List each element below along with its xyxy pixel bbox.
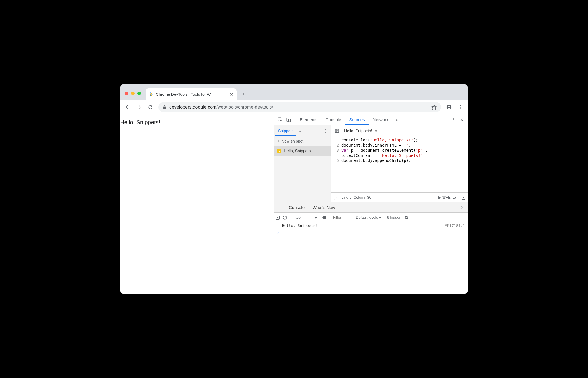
live-expression-icon[interactable] [322, 215, 327, 220]
inspect-element-icon[interactable] [276, 117, 284, 122]
devtools-drawer: ⋮ Console What's New ✕ ▸ top ▾ [274, 202, 468, 294]
navigator-tabs: Snippets » ⋮ [274, 125, 331, 136]
device-toolbar-icon[interactable] [284, 117, 293, 122]
editor-status-bar: { } Line 5, Column 30 ▶ ⌘+Enter ▲ [331, 192, 468, 202]
panel-console[interactable]: Console [322, 114, 345, 125]
page-viewport: Hello, Snippets! [120, 114, 274, 294]
forward-button[interactable] [134, 102, 144, 112]
svg-point-10 [324, 217, 325, 218]
snippet-item[interactable]: Hello, Snippets! [274, 146, 331, 156]
line-gutter: 12345 [331, 137, 341, 191]
new-snippet-label: New snippet [281, 139, 303, 143]
navigator-menu-icon[interactable]: ⋮ [321, 129, 330, 133]
console-output: Hello, Snippets! VM17181:1 › [274, 222, 468, 294]
snippet-item-label: Hello, Snippets! [284, 149, 312, 153]
browser-tab[interactable]: Chrome DevTools | Tools for W ✕ [146, 88, 237, 100]
code-editor[interactable]: 12345 console.log('Hello, Snippets!');do… [331, 136, 468, 192]
editor-tab-label: Hello, Snippets! [344, 129, 372, 133]
log-source-link[interactable]: VM17181:1 [445, 223, 465, 228]
close-devtools-icon[interactable]: ✕ [458, 117, 466, 122]
panel-sources[interactable]: Sources [345, 114, 369, 125]
close-window-button[interactable] [125, 92, 128, 95]
prompt-chevron-icon: › [277, 230, 279, 235]
svg-rect-7 [288, 119, 291, 122]
close-editor-tab-icon[interactable]: ✕ [374, 129, 378, 133]
filter-input[interactable] [333, 215, 353, 220]
tab-strip: Chrome DevTools | Tools for W ✕ + [120, 84, 468, 100]
editor-tabs: Hello, Snippets! ✕ [331, 125, 468, 136]
more-navigator-tabs-icon[interactable]: » [296, 129, 303, 133]
toggle-console-sidebar-icon[interactable]: ▸ [276, 216, 280, 220]
content-area: Hello, Snippets! Elements Console Source… [120, 114, 468, 294]
lock-icon [162, 105, 166, 109]
drawer-console-tab[interactable]: Console [285, 202, 308, 212]
window-controls [125, 92, 141, 95]
run-hint: ⌘+Enter [442, 195, 457, 200]
devtools-favicon-icon [149, 92, 154, 97]
svg-point-4 [460, 108, 461, 109]
clear-console-icon[interactable] [283, 215, 287, 220]
toggle-debugger-icon[interactable]: ▲ [462, 196, 466, 200]
text-cursor [281, 230, 281, 235]
drawer-tabs: ⋮ Console What's New ✕ [274, 202, 468, 213]
code-lines: console.log('Hello, Snippets!');document… [341, 137, 468, 191]
editor-panel: Hello, Snippets! ✕ 12345 console.log('He… [331, 125, 468, 202]
console-log-row: Hello, Snippets! VM17181:1 [274, 222, 468, 229]
devtools-header: Elements Console Sources Network » ⋮ ✕ [274, 114, 468, 125]
snippets-tab[interactable]: Snippets [275, 125, 296, 136]
log-message: Hello, Snippets! [277, 223, 318, 228]
close-drawer-icon[interactable]: ✕ [458, 205, 466, 210]
chevron-down-icon: ▾ [315, 215, 317, 220]
context-label: top [295, 215, 301, 220]
profile-button[interactable] [444, 102, 454, 112]
navigator-panel: Snippets » ⋮ + New snippet Hello, Snippe… [274, 125, 331, 202]
console-settings-icon[interactable] [404, 215, 409, 220]
sources-pane: Snippets » ⋮ + New snippet Hello, Snippe… [274, 125, 468, 202]
context-selector[interactable]: top ▾ [293, 215, 319, 220]
devtools-menu-icon[interactable]: ⋮ [449, 117, 458, 122]
panel-network[interactable]: Network [369, 114, 393, 125]
toggle-navigator-icon[interactable] [333, 129, 341, 133]
format-icon[interactable]: { } [333, 195, 337, 200]
address-bar[interactable]: developers.google.com/web/tools/chrome-d… [158, 102, 441, 112]
tab-title: Chrome DevTools | Tools for W [156, 92, 227, 97]
console-toolbar: ▸ top ▾ Default levels ▾ 6 hidden [274, 213, 468, 222]
maximize-window-button[interactable] [137, 92, 141, 95]
url-text: developers.google.com/web/tools/chrome-d… [169, 105, 273, 110]
more-panels-icon[interactable]: » [393, 117, 401, 122]
plus-icon: + [277, 139, 280, 143]
browser-menu-button[interactable] [455, 102, 466, 112]
drawer-whatsnew-tab[interactable]: What's New [309, 202, 339, 212]
cursor-position: Line 5, Column 30 [341, 195, 371, 200]
close-tab-icon[interactable]: ✕ [230, 92, 233, 97]
editor-file-tab[interactable]: Hello, Snippets! ✕ [344, 129, 378, 133]
browser-window: Chrome DevTools | Tools for W ✕ + develo… [120, 84, 468, 294]
hidden-count[interactable]: 6 hidden [387, 215, 401, 220]
svg-point-3 [460, 107, 461, 107]
new-tab-button[interactable]: + [240, 90, 248, 98]
back-button[interactable] [122, 102, 133, 112]
devtools-panel: Elements Console Sources Network » ⋮ ✕ S… [274, 114, 468, 294]
run-snippet-button[interactable]: ▶ ⌘+Enter [438, 195, 457, 200]
reload-button[interactable] [145, 102, 156, 112]
page-text: Hello, Snippets! [120, 119, 274, 126]
panel-elements[interactable]: Elements [296, 114, 322, 125]
new-snippet-button[interactable]: + New snippet [274, 136, 331, 146]
log-levels-dropdown[interactable]: Default levels ▾ [356, 215, 381, 220]
console-prompt[interactable]: › [274, 229, 468, 236]
browser-toolbar: developers.google.com/web/tools/chrome-d… [120, 100, 468, 114]
minimize-window-button[interactable] [131, 92, 135, 95]
svg-point-2 [460, 105, 461, 106]
snippet-file-icon [277, 149, 281, 153]
drawer-menu-icon[interactable]: ⋮ [276, 205, 284, 210]
bookmark-star-icon[interactable] [431, 104, 437, 110]
snippets-list: + New snippet Hello, Snippets! [274, 136, 331, 202]
svg-point-1 [448, 105, 450, 107]
